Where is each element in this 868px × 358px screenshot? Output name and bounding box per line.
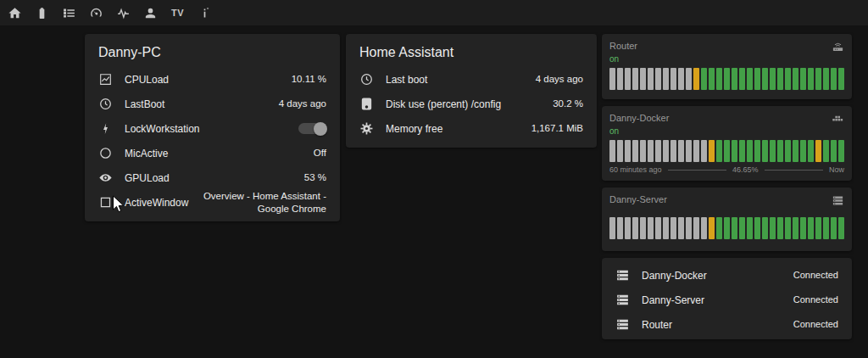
history-bar-off [625,217,631,239]
pulse-icon[interactable] [114,3,133,23]
history-bar-off [678,68,684,90]
history-bar-off [625,140,631,162]
history-bar-on [716,217,722,239]
entity-row-cpuload[interactable]: CPULoad10.11 % [85,67,340,92]
history-bar-on [770,140,776,162]
connection-rows: Danny-DockerConnectedDanny-ServerConnect… [602,263,852,337]
entity-label: ActiveWindow [125,197,190,209]
history-bar-on [701,68,707,90]
clock-icon [98,97,115,111]
entity-value: 4 days ago [279,98,326,109]
entity-rows: Last boot4 days agoDisk use (percent) /c… [346,67,597,141]
history-bar-off [663,217,669,239]
footer-start-label: 60 minutes ago [609,165,662,174]
entity-row-lastboot[interactable]: LastBoot4 days ago [85,92,340,116]
graph-card-router[interactable]: Router on [602,34,852,99]
graph-footer: 60 minutes ago 46.65% Now [609,165,844,174]
entity-row-last-boot[interactable]: Last boot4 days ago [346,67,597,92]
history-bar-off [655,68,661,90]
history-bar-on [724,217,730,239]
entity-row-danny-docker[interactable]: Danny-DockerConnected [602,263,852,288]
graph-state: on [609,126,844,136]
entity-value: 10.11 % [292,73,326,85]
circle-icon [98,146,115,160]
lockworkstation-toggle[interactable] [298,123,326,134]
info-icon[interactable] [195,3,214,23]
entity-value: Overview - Home Assistant - Google Chrom… [199,190,326,215]
eye-icon [98,171,115,185]
history-bar-on [762,217,768,239]
entity-row-memory-free[interactable]: Memory free1,167.1 MiB [346,116,597,141]
history-bar-off [632,68,638,90]
entity-value: Connected [793,319,838,331]
history-bar-on [762,140,768,162]
history-bars [609,217,844,239]
battery-icon[interactable] [32,3,52,23]
history-bar-on [709,68,715,90]
history-bar-on [831,140,837,162]
server-icon [615,293,632,307]
history-bar-on [800,217,806,239]
graph-title: Danny-Docker [609,113,669,123]
history-bar-off [648,140,654,162]
history-bar-warn [815,140,821,162]
server-icon [615,268,632,282]
card-danny-pc: Danny-PC CPULoad10.11 %LastBoot4 days ag… [85,34,340,221]
history-bar-on [823,140,829,162]
history-bar-off [609,217,615,239]
history-bar-off [678,217,684,239]
entity-label: LockWorkstation [125,123,289,135]
entity-row-disk-use-percent-config[interactable]: Disk use (percent) /config30.2 % [346,92,597,116]
history-bar-on [777,140,783,162]
card-home-assistant: Home Assistant Last boot4 days agoDisk u… [346,34,597,148]
history-bar-on [747,68,753,90]
entity-row-micactive[interactable]: MicActiveOff [85,141,340,165]
history-bar-off [617,68,623,90]
graph-card-danny-server[interactable]: Danny-Server [602,187,852,251]
history-bar-on [808,68,814,90]
history-bar-on [815,68,821,90]
history-bar-on [732,68,737,90]
entity-label: MicActive [125,148,304,159]
tv-tab[interactable]: TV [168,3,187,23]
account-icon[interactable] [141,3,160,23]
entity-value: 1,167.1 MiB [531,122,583,134]
entity-row-danny-server[interactable]: Danny-ServerConnected [602,288,852,312]
history-bar-off [701,217,707,239]
entity-row-lockworkstation[interactable]: LockWorkstation [85,116,340,141]
entity-label: Last boot [386,74,526,86]
history-bar-on [823,217,829,239]
window-icon [98,195,115,210]
router-icon [832,41,844,53]
history-bar-off [686,140,692,162]
history-bar-on [770,68,776,90]
history-bar-off [640,140,646,162]
home-icon[interactable] [5,3,25,23]
entity-label: Danny-Docker [642,270,784,282]
gear-icon [359,121,376,136]
entity-row-gpuload[interactable]: GPULoad53 % [85,165,340,190]
entity-row-router[interactable]: RouterConnected [602,312,852,337]
history-bar-on [793,217,798,239]
history-bar-on [838,217,844,239]
history-bar-off [617,140,623,162]
history-bar-on [785,140,791,162]
dashboard-screen: TV Danny-PC CPULoad10.11 %LastBoot4 days… [0,0,868,358]
history-bar-on [739,217,745,239]
history-bar-on [777,217,783,239]
list-icon[interactable] [59,3,79,23]
history-bar-on [754,217,760,239]
entity-value: Connected [793,270,838,282]
history-bar-off [670,68,676,90]
footer-center-label: 46.65% [732,165,759,174]
history-bar-warn [693,68,699,90]
history-bar-off [701,140,707,162]
entity-value: 53 % [304,171,326,183]
history-bar-on [762,68,768,90]
history-bar-on [747,217,753,239]
history-bar-warn [709,217,715,239]
entity-row-activewindow[interactable]: ActiveWindowOverview - Home Assistant - … [85,190,340,215]
graph-card-danny-docker[interactable]: Danny-Docker on 60 minutes ago 46.65% No… [602,106,852,181]
gauge-icon[interactable] [86,3,106,23]
history-bar-on [808,217,814,239]
